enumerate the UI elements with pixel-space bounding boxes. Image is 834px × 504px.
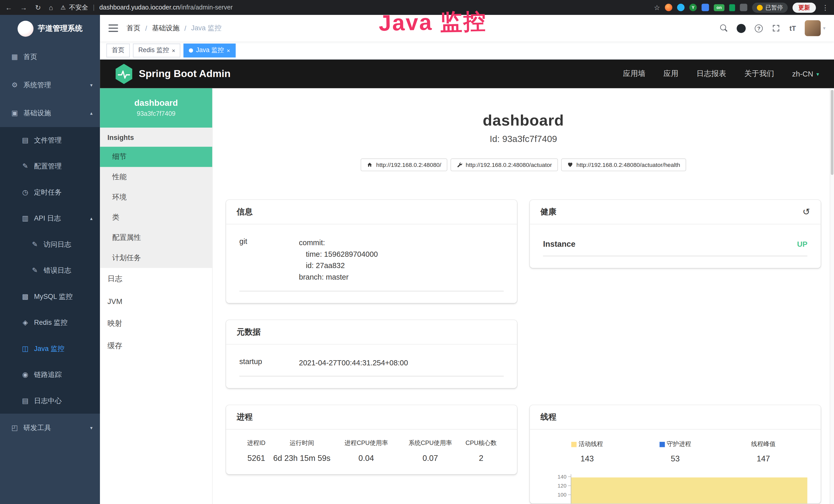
info-card-header: 信息 xyxy=(226,200,517,224)
sidebar-item-label: 日志中心 xyxy=(34,396,62,406)
sba-menu-metrics[interactable]: 性能 xyxy=(100,167,212,187)
search-icon[interactable] xyxy=(720,24,728,32)
fox-extension-icon[interactable] xyxy=(665,4,673,11)
sidebar-item-label: 配置管理 xyxy=(34,161,62,171)
health-url-button[interactable]: http://192.168.0.2:48080/actuator/health xyxy=(561,158,686,171)
sba-instance-header[interactable]: dashboard 93a3fc7f7409 xyxy=(100,88,212,128)
java-monitor-icon: ◫ xyxy=(21,345,29,352)
sidebar-item-file-mgmt[interactable]: ▤ 文件管理 xyxy=(0,127,100,153)
sba-menu-scheduled-tasks[interactable]: 计划任务 xyxy=(100,248,212,268)
git-commit-line: commit: xyxy=(299,237,504,249)
metadata-card: 元数据 startup 2021-04-27T00:44:31.254+08:0… xyxy=(226,320,517,388)
page-url[interactable]: dashboard.yudao.iocoder.cn/infra/admin-s… xyxy=(100,4,233,11)
chart-y-axis: 140 120 100 xyxy=(543,472,571,504)
sba-locale-select[interactable]: zh-CN ▾ xyxy=(792,70,819,78)
sba-menu-mappings[interactable]: 映射 xyxy=(100,313,212,335)
sidebar-item-api-logs[interactable]: ▥ API 日志 ▴ xyxy=(0,205,100,231)
sidebar-item-label: 基础设施 xyxy=(23,108,51,118)
puzzle-extensions-icon[interactable] xyxy=(740,4,747,11)
sba-nav-wallboard[interactable]: 应用墙 xyxy=(623,69,645,78)
sidebar-item-redis-monitor[interactable]: ◈ Redis 监控 xyxy=(0,310,100,335)
browser-menu-icon[interactable]: ⋮ xyxy=(822,3,829,11)
address-bar[interactable]: ⚠ 不安全 | dashboard.yudao.iocoder.cn/infra… xyxy=(61,3,654,12)
back-icon[interactable]: ← xyxy=(5,3,12,11)
sidebar-item-home[interactable]: ▦ 首页 xyxy=(0,43,100,71)
sidebar-item-dev-tools[interactable]: ◰ 研发工具 ▾ xyxy=(0,414,100,442)
sidebar-item-config-mgmt[interactable]: ✎ 配置管理 xyxy=(0,153,100,179)
metadata-card-header: 元数据 xyxy=(226,320,517,344)
sidebar-item-system-mgmt[interactable]: ⚙ 系统管理 ▾ xyxy=(0,71,100,99)
url-domain: dashboard.yudao.iocoder.cn xyxy=(100,4,179,11)
forward-icon[interactable]: → xyxy=(20,3,27,11)
sidebar-item-mysql-monitor[interactable]: ▩ MySQL 监控 xyxy=(0,283,100,310)
sidebar-item-log-center[interactable]: ▤ 日志中心 xyxy=(0,388,100,414)
insights-section-label: Insights xyxy=(100,128,212,147)
sidebar-item-label: 研发工具 xyxy=(23,423,51,432)
sba-nav-about[interactable]: 关于我们 xyxy=(744,69,774,78)
sba-menu-config-props[interactable]: 配置属性 xyxy=(100,228,212,248)
sba-nav-applications[interactable]: 应用 xyxy=(663,69,678,78)
hamburger-icon[interactable] xyxy=(108,24,118,32)
close-icon[interactable]: × xyxy=(172,47,175,53)
sidebar-item-tracing[interactable]: ◉ 链路追踪 xyxy=(0,362,100,387)
sidebar-item-label: Java 监控 xyxy=(34,344,64,353)
sidebar-item-cron-jobs[interactable]: ◷ 定时任务 xyxy=(0,179,100,205)
sync-paused-badge[interactable]: 已暂停 xyxy=(752,2,788,12)
table-row: git commit: time: 1596289704000 id: 27aa… xyxy=(239,234,504,291)
sidebar-item-error-logs[interactable]: ✎ 错误日志 xyxy=(0,257,100,283)
user-menu[interactable]: ▾ xyxy=(805,20,826,36)
service-url-button[interactable]: http://192.168.0.2:48080/ xyxy=(360,158,447,171)
security-label[interactable]: 不安全 xyxy=(69,3,88,12)
app-logo[interactable]: 芋道管理系统 xyxy=(0,15,100,43)
home-icon[interactable]: ⌂ xyxy=(49,3,53,11)
log-icon: ▥ xyxy=(21,214,29,222)
tab-home[interactable]: 首页 xyxy=(106,43,130,57)
chrome-update-button[interactable]: 更新 xyxy=(792,2,816,12)
sba-nav-journal[interactable]: 日志报表 xyxy=(696,69,726,78)
spring-boot-admin-logo-icon[interactable] xyxy=(115,64,133,84)
leaf-extension-icon[interactable] xyxy=(729,4,735,11)
logo-pig-avatar xyxy=(18,21,34,37)
chevron-up-icon: ▴ xyxy=(90,216,92,221)
y-extension-icon[interactable]: Y xyxy=(689,4,697,11)
sidebar-item-java-monitor[interactable]: ◫ Java 监控 xyxy=(0,336,100,362)
on-badge-extension-icon[interactable]: on xyxy=(714,4,724,11)
y-tick-label: 100 xyxy=(557,492,567,498)
redis-icon: ◈ xyxy=(21,318,29,326)
github-icon[interactable] xyxy=(737,24,746,32)
health-url-label: http://192.168.0.2:48080/actuator/health xyxy=(576,162,680,168)
sba-menu-environment[interactable]: 环境 xyxy=(100,187,212,207)
close-icon[interactable]: × xyxy=(226,47,230,53)
tab-redis-monitor[interactable]: Redis 监控 × xyxy=(133,43,180,57)
actuator-url-label: http://192.168.0.2:48080/actuator xyxy=(466,162,552,168)
scrollbar-thumb[interactable] xyxy=(831,90,833,175)
breadcrumb-home[interactable]: 首页 xyxy=(127,23,140,33)
font-size-icon[interactable]: tT xyxy=(789,24,796,32)
sba-menu-loggers[interactable]: 日志 xyxy=(100,268,212,290)
chevron-down-icon: ▾ xyxy=(90,82,92,88)
sba-menu-caches[interactable]: 缓存 xyxy=(100,335,212,358)
breadcrumb-infra[interactable]: 基础设施 xyxy=(152,23,179,33)
grid-extension-icon[interactable] xyxy=(701,4,709,11)
process-col-uptime: 运行时间 6d 23h 15m 59s xyxy=(273,439,331,463)
help-icon[interactable]: ? xyxy=(755,24,763,32)
history-icon[interactable]: ↺ xyxy=(803,207,810,216)
sba-menu-jvm[interactable]: JVM xyxy=(100,290,212,313)
reload-icon[interactable]: ↻ xyxy=(35,3,41,11)
spring-boot-admin: Spring Boot Admin 应用墙 应用 日志报表 关于我们 zh-CN… xyxy=(100,60,834,504)
service-url-label: http://192.168.0.2:48080/ xyxy=(376,162,441,168)
url-divider: | xyxy=(93,4,94,11)
sidebar-item-infrastructure[interactable]: ▣ 基础设施 ▴ xyxy=(0,99,100,127)
sba-menu-details[interactable]: 细节 xyxy=(100,147,212,167)
tab-java-monitor[interactable]: Java 监控 × xyxy=(184,43,235,57)
app-frame: 芋道管理系统 ▦ 首页 ⚙ 系统管理 ▾ ▣ 基础设施 ▴ ▤ 文件管理 xyxy=(0,15,834,504)
drop-extension-icon[interactable] xyxy=(677,4,684,11)
scrollbar-track[interactable] xyxy=(830,88,834,504)
actuator-url-button[interactable]: http://192.168.0.2:48080/actuator xyxy=(450,158,557,171)
bookmark-star-icon[interactable]: ☆ xyxy=(654,3,660,11)
fullscreen-icon[interactable] xyxy=(772,24,780,32)
metadata-card-body: startup 2021-04-27T00:44:31.254+08:00 xyxy=(226,344,517,388)
threads-chart: 140 120 100 xyxy=(543,472,807,504)
sidebar-item-access-logs[interactable]: ✎ 访问日志 xyxy=(0,231,100,257)
sba-menu-beans[interactable]: 类 xyxy=(100,207,212,228)
